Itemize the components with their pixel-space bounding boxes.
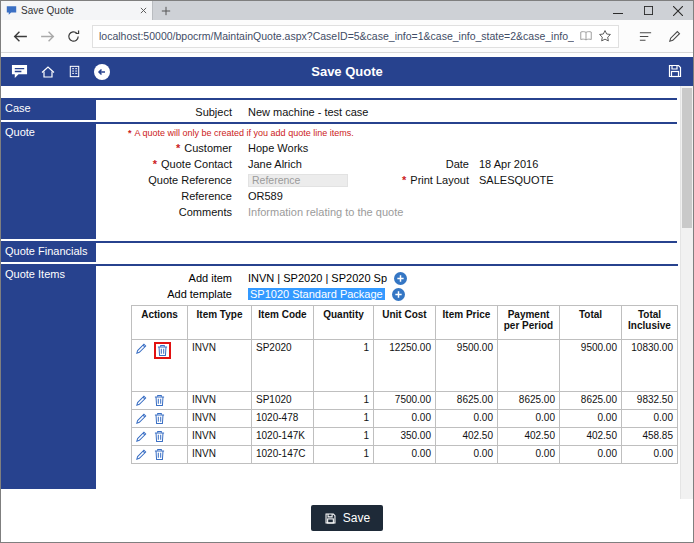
form-sections: Case Subject New machine - test case Quo… — [1, 98, 677, 491]
url-text[interactable]: localhost:50000/bpocrm/MaintainQuote.asp… — [99, 30, 574, 42]
table-row: INVN 1020-147C 1 0.00 0.00 0.00 0.00 0.0… — [132, 446, 678, 464]
quote-financials-section: Quote Financials — [1, 241, 677, 264]
tab-close-icon[interactable] — [140, 7, 147, 14]
quote-section-header[interactable]: Quote — [1, 122, 96, 241]
quote-reference-input[interactable] — [248, 174, 348, 187]
reference-label: Reference — [128, 190, 240, 202]
cell-payment-per-period: 0.00 — [498, 410, 560, 428]
quote-note: * A quote will only be created if you ad… — [128, 128, 677, 138]
case-section-header[interactable]: Case — [1, 98, 96, 122]
save-button[interactable]: Save — [311, 505, 383, 531]
add-item-plus-icon[interactable] — [394, 272, 407, 285]
add-template-label: Add template — [128, 288, 240, 300]
cell-total: 402.50 — [560, 428, 622, 446]
address-bar[interactable]: localhost:50000/bpocrm/MaintainQuote.asp… — [92, 25, 619, 48]
cell-item-price: 8625.00 — [436, 392, 498, 410]
cell-unit-cost: 0.00 — [374, 446, 436, 464]
edit-item-icon[interactable] — [135, 430, 148, 443]
print-layout-value: SALESQUOTE — [469, 174, 677, 186]
header-item-price: Item Price — [436, 306, 498, 340]
forward-icon[interactable] — [34, 28, 61, 45]
cell-quantity: 1 — [314, 446, 374, 464]
table-row: INVN SP1020 1 7500.00 8625.00 8625.00 86… — [132, 392, 678, 410]
delete-item-icon[interactable] — [154, 448, 165, 461]
cell-item-price: 9500.00 — [436, 340, 498, 392]
cell-item-type: INVN — [188, 340, 252, 392]
delete-item-icon[interactable] — [154, 430, 165, 443]
share-icon[interactable] — [689, 29, 694, 44]
header-quantity: Quantity — [314, 306, 374, 340]
hub-icon[interactable] — [631, 29, 660, 44]
home-icon[interactable] — [40, 64, 56, 80]
quote-items-section: Quote Items Add item INVN | SP2020 | SP2… — [1, 264, 677, 491]
cell-payment-per-period — [498, 340, 560, 392]
tab-save-quote[interactable]: Save Quote — [1, 1, 153, 20]
quote-contact-label: * Quote Contact — [128, 158, 240, 170]
cell-quantity: 1 — [314, 410, 374, 428]
edit-item-icon[interactable] — [135, 342, 148, 355]
delete-item-icon[interactable] — [154, 412, 165, 425]
cell-unit-cost: 0.00 — [374, 410, 436, 428]
delete-item-icon[interactable] — [154, 394, 165, 407]
chat-icon[interactable] — [10, 63, 29, 80]
cell-item-code: SP1020 — [252, 392, 314, 410]
maximize-button[interactable] — [633, 1, 663, 20]
add-item-label: Add item — [128, 272, 240, 284]
edit-item-icon[interactable] — [135, 412, 148, 425]
add-template-value[interactable]: SP1020 Standard Package — [248, 288, 385, 300]
tab-favicon-chat-icon — [6, 5, 17, 16]
cell-total-inclusive: 9832.50 — [622, 392, 678, 410]
customer-label: * Customer — [128, 142, 240, 154]
back-icon[interactable] — [7, 28, 34, 45]
add-template-plus-icon[interactable] — [392, 288, 405, 301]
page-footer: Save — [1, 491, 693, 531]
delete-item-icon[interactable] — [157, 344, 168, 357]
edit-item-icon[interactable] — [135, 394, 148, 407]
scrollbar-thumb[interactable] — [682, 88, 692, 228]
cell-total-inclusive: 458.85 — [622, 428, 678, 446]
reading-view-icon[interactable] — [579, 29, 593, 43]
cell-quantity: 1 — [314, 392, 374, 410]
table-row: INVN 1020-147K 1 350.00 402.50 402.50 40… — [132, 428, 678, 446]
page-title: Save Quote — [311, 64, 383, 79]
table-row: INVN SP2020 1 12250.00 9500.00 9500.00 1… — [132, 340, 678, 392]
app-page: Save Quote Case Subject New machine - te… — [1, 53, 693, 542]
close-button[interactable] — [663, 1, 693, 20]
favorites-star-icon[interactable] — [598, 29, 612, 43]
quote-section: Quote * A quote will only be created if … — [1, 122, 677, 241]
ledger-icon[interactable] — [67, 64, 82, 79]
save-button-label: Save — [343, 511, 370, 525]
back-circle-icon[interactable] — [93, 63, 111, 81]
cell-total-inclusive: 0.00 — [622, 446, 678, 464]
cell-item-price: 0.00 — [436, 410, 498, 428]
refresh-icon[interactable] — [61, 29, 86, 44]
case-section: Case Subject New machine - test case — [1, 98, 677, 122]
cell-total: 8625.00 — [560, 392, 622, 410]
header-item-type: Item Type — [188, 306, 252, 340]
header-actions: Actions — [132, 306, 188, 340]
cell-item-type: INVN — [188, 446, 252, 464]
minimize-button[interactable] — [603, 1, 633, 20]
quote-items-table: Actions Item Type Item Code Quantity Uni… — [131, 305, 678, 464]
web-note-pen-icon[interactable] — [660, 29, 689, 44]
cell-payment-per-period: 0.00 — [498, 446, 560, 464]
edit-item-icon[interactable] — [135, 448, 148, 461]
header-item-code: Item Code — [252, 306, 314, 340]
cell-item-type: INVN — [188, 428, 252, 446]
add-item-value[interactable]: INVN | SP2020 | SP2020 Sp — [248, 272, 387, 284]
quote-items-section-header[interactable]: Quote Items — [1, 264, 96, 491]
new-tab-button[interactable] — [153, 1, 179, 20]
date-label: Date — [389, 158, 469, 170]
quote-financials-section-header[interactable]: Quote Financials — [1, 241, 96, 264]
cell-total: 0.00 — [560, 446, 622, 464]
quote-reference-label: Quote Reference — [128, 174, 240, 186]
page-scrollbar[interactable] — [680, 86, 693, 499]
save-icon[interactable] — [667, 63, 683, 79]
header-total: Total — [560, 306, 622, 340]
header-total-inclusive: Total Inclusive — [622, 306, 678, 340]
delete-highlight-annotation — [154, 342, 171, 359]
comments-input[interactable] — [248, 206, 448, 218]
header-unit-cost: Unit Cost — [374, 306, 436, 340]
reference-value: OR589 — [240, 190, 389, 202]
app-header: Save Quote — [1, 57, 693, 86]
